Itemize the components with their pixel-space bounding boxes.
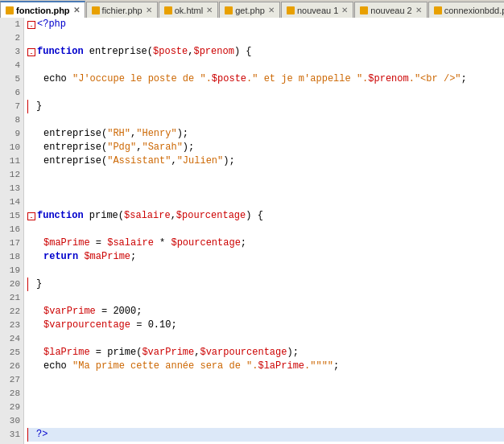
line-num-29: 29 <box>0 401 23 414</box>
code-line-15: -function prime($salaire,$pourcentage) { <box>27 209 504 223</box>
code-line-30 <box>27 414 504 428</box>
line-num-22: 22 <box>0 305 23 319</box>
file-icon <box>434 6 442 14</box>
line-num-1: 1 <box>0 18 23 31</box>
line-num-15: 15 <box>0 209 23 223</box>
collapse-icon-3[interactable]: - <box>27 48 35 56</box>
line-num-14: 14 <box>0 195 23 209</box>
tab-get-php[interactable]: get.php ✕ <box>219 2 280 18</box>
code-line-27 <box>27 373 504 387</box>
collapse-icon-15[interactable]: - <box>27 212 35 220</box>
code-line-28 <box>27 387 504 401</box>
tab-nouveau1[interactable]: nouveau 1 ✕ <box>281 2 353 18</box>
code-line-6 <box>27 86 504 100</box>
code-line-24 <box>27 332 504 346</box>
tab-label: connexionbdd.php <box>444 6 504 15</box>
line-numbers: 1 2 3 4 5 6 7 8 9 10 11 12 13 14 15 16 1… <box>0 18 24 444</box>
line-num-26: 26 <box>0 360 23 373</box>
tab-label: nouveau 1 <box>297 6 338 15</box>
close-icon[interactable]: ✕ <box>73 6 80 14</box>
code-line-20: } <box>27 278 504 291</box>
file-icon <box>164 6 172 14</box>
collapse-icon-1[interactable]: - <box>27 21 35 29</box>
file-icon <box>360 6 368 14</box>
code-line-23: $varpourcentage = 0.10; <box>27 319 504 332</box>
code-line-7: } <box>27 100 504 113</box>
close-icon[interactable]: ✕ <box>268 6 275 14</box>
line-num-17: 17 <box>0 236 23 250</box>
editor: 1 2 3 4 5 6 7 8 9 10 11 12 13 14 15 16 1… <box>0 18 504 444</box>
code-line-22: $varPrime = 2000; <box>27 305 504 319</box>
code-line-17: $maPrime = $salaire * $pourcentage; <box>27 236 504 250</box>
tab-label: ok.html <box>175 6 203 15</box>
code-line-21 <box>27 291 504 305</box>
line-num-8: 8 <box>0 113 23 127</box>
line-num-24: 24 <box>0 332 23 346</box>
code-line-9: entreprise("RH","Henry"); <box>27 127 504 141</box>
code-line-5: echo "J'occupe le poste de ".$poste." et… <box>27 72 504 86</box>
code-line-1: -<?php <box>27 18 504 31</box>
line-num-6: 6 <box>0 86 23 100</box>
close-icon[interactable]: ✕ <box>415 6 422 14</box>
line-num-13: 13 <box>0 182 23 195</box>
line-num-23: 23 <box>0 319 23 332</box>
line-num-30: 30 <box>0 414 23 428</box>
code-line-26: echo "Ma prime cette année sera de ".$la… <box>27 360 504 373</box>
file-icon <box>92 6 100 14</box>
line-num-27: 27 <box>0 373 23 387</box>
tab-fonction-php[interactable]: fonction.php ✕ <box>0 1 85 18</box>
line-num-11: 11 <box>0 154 23 168</box>
tab-ok-html[interactable]: ok.html ✕ <box>159 2 218 18</box>
line-num-20: 20 <box>0 278 23 291</box>
code-line-13 <box>27 182 504 195</box>
line-num-7: 7 <box>0 100 23 113</box>
file-icon <box>225 6 233 14</box>
code-line-14 <box>27 195 504 209</box>
line-num-12: 12 <box>0 168 23 182</box>
line-num-18: 18 <box>0 250 23 264</box>
code-line-18: return $maPrime; <box>27 250 504 264</box>
tab-label: nouveau 2 <box>370 6 411 15</box>
tab-label: get.php <box>235 6 265 15</box>
code-line-8 <box>27 113 504 127</box>
code-line-29 <box>27 401 504 414</box>
file-icon <box>287 6 295 14</box>
line-num-28: 28 <box>0 387 23 401</box>
code-line-19 <box>27 264 504 278</box>
close-icon[interactable]: ✕ <box>146 6 152 14</box>
line-num-4: 4 <box>0 59 23 72</box>
code-line-31: ?> <box>27 428 504 442</box>
line-num-9: 9 <box>0 127 23 141</box>
code-line-16 <box>27 223 504 236</box>
line-num-10: 10 <box>0 141 23 154</box>
close-icon[interactable]: ✕ <box>341 6 348 14</box>
code-line-3: -function entreprise($poste,$prenom) { <box>27 45 504 59</box>
tab-label: fichier.php <box>102 6 143 15</box>
line-num-19: 19 <box>0 264 23 278</box>
tab-nouveau2[interactable]: nouveau 2 ✕ <box>354 2 427 18</box>
code-line-12 <box>27 168 504 182</box>
line-num-3: 3 <box>0 45 23 59</box>
file-icon <box>6 6 14 14</box>
code-line-11: entreprise("Assistant","Julien"); <box>27 154 504 168</box>
tab-connexionbdd-php[interactable]: connexionbdd.php ✕ <box>428 2 504 18</box>
tab-fichier-php[interactable]: fichier.php ✕ <box>86 2 158 18</box>
code-line-2 <box>27 31 504 45</box>
code-line-10: entreprise("Pdg","Sarah"); <box>27 141 504 154</box>
close-icon[interactable]: ✕ <box>206 6 213 14</box>
line-num-25: 25 <box>0 346 23 360</box>
code-line-4 <box>27 59 504 72</box>
line-num-2: 2 <box>0 31 23 45</box>
line-num-31: 31 <box>0 428 23 442</box>
tab-label: fonction.php <box>16 6 70 15</box>
tab-bar: fonction.php ✕ fichier.php ✕ ok.html ✕ g… <box>0 0 504 18</box>
code-area[interactable]: -<?php -function entreprise($poste,$pren… <box>24 18 504 444</box>
line-num-16: 16 <box>0 223 23 236</box>
code-line-25: $laPrime = prime($varPrime,$varpourcenta… <box>27 346 504 360</box>
line-num-21: 21 <box>0 291 23 305</box>
line-num-5: 5 <box>0 72 23 86</box>
